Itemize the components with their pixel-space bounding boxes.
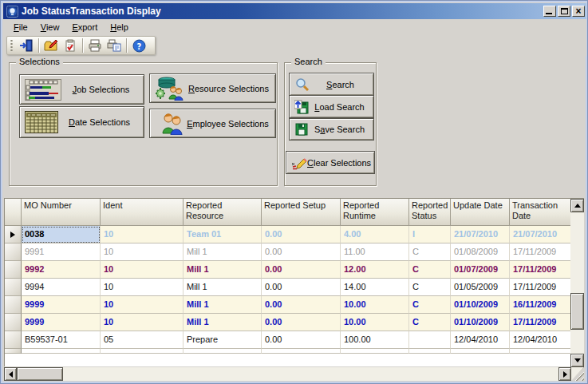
grid-cell[interactable]: 17/11/2009	[510, 314, 571, 331]
row-selector[interactable]	[5, 261, 22, 279]
grid-cell[interactable]: 12.00	[341, 261, 409, 279]
grid-cell[interactable]: 0.00	[262, 314, 341, 331]
grid-cell[interactable]: 17/11/2009	[510, 261, 571, 279]
grid-cell[interactable]: 0.00	[262, 243, 341, 261]
menu-help[interactable]: Help	[104, 21, 135, 34]
grid-cell[interactable]: Mill 1	[184, 279, 262, 296]
grid-cell[interactable]: 0.00	[262, 226, 341, 243]
open-edit-button[interactable]	[41, 38, 61, 54]
grid-cell[interactable]: 0038	[22, 226, 101, 243]
grid-cell[interactable]: C	[409, 314, 451, 331]
job-selections-button[interactable]: Job Selections	[19, 74, 144, 105]
grid-cell[interactable]: 0.00	[262, 261, 341, 279]
grid-cell[interactable]: 12/04/2010	[510, 331, 571, 349]
grid-cell[interactable]: 05	[101, 331, 184, 349]
row-selector[interactable]	[5, 243, 22, 261]
window-resize-grip[interactable]	[571, 367, 584, 381]
grid-cell[interactable]: Mill 1	[184, 314, 262, 331]
scroll-left-button[interactable]	[4, 367, 17, 381]
grid-cell[interactable]: I	[409, 226, 451, 243]
title-bar[interactable]: Job StatusTransaction Display ×	[3, 3, 586, 19]
grid-cell[interactable]: 01/10/2009	[451, 314, 510, 331]
grid-cell[interactable]: 11.00	[341, 243, 409, 261]
grid-cell[interactable]: 9994	[22, 279, 101, 296]
grid-cell[interactable]: 01/10/2009	[451, 296, 510, 314]
column-header[interactable]: Reported Runtime	[341, 199, 409, 226]
grid-cell[interactable]: 0.00	[262, 296, 341, 314]
row-selector[interactable]	[5, 331, 22, 349]
clear-selections-button[interactable]: Clear Selections	[286, 151, 375, 174]
scroll-right-button[interactable]	[558, 367, 571, 381]
grid-cell[interactable]: 10.00	[341, 314, 409, 331]
column-header[interactable]: Reported Resource	[184, 199, 262, 226]
grid-cell[interactable]: 17/11/2009	[510, 243, 571, 261]
grid-cell[interactable]: Mill 1	[184, 296, 262, 314]
toolbar-drag-handle[interactable]	[10, 39, 13, 52]
grid-cell[interactable]	[409, 331, 451, 349]
print-button[interactable]	[85, 38, 105, 54]
grid-cell[interactable]: 10	[101, 226, 184, 243]
grid-cell[interactable]: 01/05/2009	[451, 279, 510, 296]
employee-selections-button[interactable]: Employee Selections	[149, 109, 276, 138]
scroll-track[interactable]	[63, 367, 558, 381]
horizontal-scroll-thumb[interactable]	[17, 367, 63, 381]
close-button[interactable]: ×	[572, 6, 585, 17]
menu-export[interactable]: Export	[65, 21, 104, 34]
grid-cell[interactable]: 01/08/2009	[451, 243, 510, 261]
resource-selections-button[interactable]: Resource Selections	[149, 73, 276, 103]
report-button[interactable]	[61, 38, 80, 54]
grid-cell[interactable]: 10	[101, 314, 184, 331]
grid-cell[interactable]: 9991	[22, 243, 101, 261]
grid-cell[interactable]: 0.00	[262, 331, 341, 349]
column-header[interactable]: MO Number	[22, 199, 101, 226]
help-button[interactable]: ?	[129, 38, 148, 54]
scroll-up-button[interactable]	[570, 199, 584, 212]
minimize-button[interactable]	[543, 6, 556, 17]
row-selector[interactable]	[5, 279, 22, 296]
column-header[interactable]: Update Date	[451, 199, 510, 226]
vertical-scroll-thumb[interactable]	[570, 293, 584, 330]
grid-cell[interactable]: 21/07/2010	[510, 226, 571, 243]
grid-cell[interactable]: C	[409, 279, 451, 296]
search-button[interactable]: Search	[289, 73, 374, 96]
maximize-button[interactable]	[558, 6, 570, 17]
grid-cell[interactable]: 21/07/2010	[451, 226, 510, 243]
grid-cell[interactable]: Prepare	[184, 331, 262, 349]
scroll-down-button[interactable]	[570, 354, 584, 367]
column-header[interactable]: Reported Status	[409, 199, 451, 226]
row-selector[interactable]	[5, 296, 22, 314]
grid-cell[interactable]: 10.00	[341, 296, 409, 314]
grid-cell[interactable]: 10	[101, 243, 184, 261]
grid-cell[interactable]: 0.00	[262, 279, 341, 296]
grid-cell[interactable]: 12/04/2010	[451, 331, 510, 349]
row-selector[interactable]	[5, 314, 22, 331]
grid-cell[interactable]: Mill 1	[184, 261, 262, 279]
grid-cell[interactable]: 10	[101, 261, 184, 279]
column-header[interactable]: Reported Setup	[262, 199, 341, 226]
grid-cell[interactable]: C	[409, 296, 451, 314]
menu-view[interactable]: View	[34, 21, 66, 34]
grid-cell[interactable]: B59537-01	[22, 331, 101, 349]
grid-cell[interactable]: 9992	[22, 261, 101, 279]
exit-button[interactable]	[17, 38, 36, 54]
grid-cell[interactable]: C	[409, 261, 451, 279]
grid-cell[interactable]: Mill 1	[184, 243, 262, 261]
grid-cell[interactable]: Team 01	[184, 226, 262, 243]
grid-cell[interactable]: 9999	[22, 314, 101, 331]
grid-cell[interactable]: 10	[101, 279, 184, 296]
grid-cell[interactable]: 01/07/2009	[451, 261, 510, 279]
grid-cell[interactable]: 16/11/2009	[510, 296, 571, 314]
horizontal-scrollbar[interactable]	[4, 367, 584, 381]
grid-cell[interactable]: 17/11/2009	[510, 279, 571, 296]
date-selections-button[interactable]: Date Selections	[19, 106, 144, 138]
grid-cell[interactable]: 100.00	[341, 331, 409, 349]
load-search-button[interactable]: Load Search	[289, 95, 374, 118]
grid-cell[interactable]: 4.00	[341, 226, 409, 243]
vertical-scrollbar[interactable]	[570, 199, 584, 367]
menu-file[interactable]: File	[7, 21, 34, 34]
grid-cell[interactable]: C	[409, 243, 451, 261]
column-header[interactable]: Ident	[101, 199, 184, 226]
row-selector[interactable]	[5, 226, 22, 243]
grid-cell[interactable]: 10	[101, 296, 184, 314]
grid-cell[interactable]: 14.00	[341, 279, 409, 296]
